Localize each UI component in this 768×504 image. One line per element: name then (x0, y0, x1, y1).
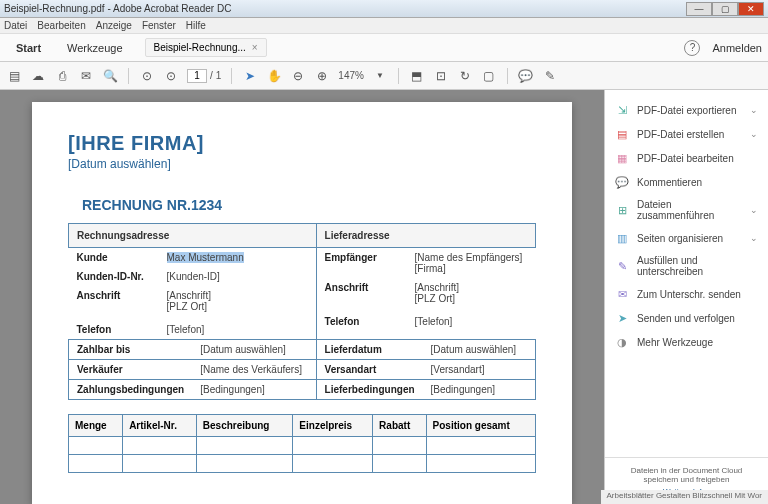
chevron-down-icon: ⌄ (750, 233, 758, 243)
send-track-icon: ➤ (615, 311, 629, 325)
sidebar-item-combine[interactable]: ⊞Dateien zusammenführen⌄ (605, 194, 768, 226)
titlebar: Beispiel-Rechnung.pdf - Adobe Acrobat Re… (0, 0, 768, 18)
save-icon[interactable]: ☁ (30, 68, 46, 84)
info-icon[interactable]: ? (684, 40, 700, 56)
send-sign-icon: ✉ (615, 287, 629, 301)
company-name: [IHRE FIRMA] (68, 132, 536, 155)
close-button[interactable]: ✕ (738, 2, 764, 16)
sidebar-toggle-icon[interactable]: ▤ (6, 68, 22, 84)
shipping-header: Lieferadresse (316, 224, 535, 248)
top-toolbar: Start Werkzeuge Beispiel-Rechnung... × ?… (0, 34, 768, 62)
sidebar-item-fillsign[interactable]: ✎Ausfüllen und unterschreiben (605, 250, 768, 282)
menubar: Datei Bearbeiten Anzeige Fenster Hilfe (0, 18, 768, 34)
sidebar-item-export[interactable]: ⇲PDF-Datei exportieren⌄ (605, 98, 768, 122)
menu-window[interactable]: Fenster (142, 20, 176, 31)
selected-text: Max Mustermann (167, 252, 244, 263)
document-tab[interactable]: Beispiel-Rechnung... × (145, 38, 267, 57)
more-tools-icon: ◑ (615, 335, 629, 349)
chevron-down-icon: ⌄ (750, 205, 758, 215)
items-table: MengeArtikel-Nr.Beschreibung Einzelpreis… (68, 414, 536, 473)
date-placeholder: [Datum auswählen] (68, 157, 536, 171)
chevron-down-icon: ⌄ (750, 129, 758, 139)
maximize-button[interactable]: ▢ (712, 2, 738, 16)
page-down-icon[interactable]: ⊙ (163, 68, 179, 84)
document-tab-label: Beispiel-Rechnung... (154, 42, 246, 53)
sidebar-item-sendtrack[interactable]: ➤Senden und verfolgen (605, 306, 768, 330)
combine-icon: ⊞ (615, 203, 629, 217)
organize-icon: ▥ (615, 231, 629, 245)
sidebar-item-organize[interactable]: ▥Seiten organisieren⌄ (605, 226, 768, 250)
tab-start[interactable]: Start (6, 38, 51, 58)
separator (231, 68, 232, 84)
menu-file[interactable]: Datei (4, 20, 27, 31)
mail-icon[interactable]: ✉ (78, 68, 94, 84)
close-tab-icon[interactable]: × (252, 42, 258, 53)
doc-toolbar: ▤ ☁ ⎙ ✉ 🔍 ⊙ ⊙ / 1 ➤ ✋ ⊖ ⊕ 147% ▼ ⬒ ⊡ ↻ ▢… (0, 62, 768, 90)
minimize-button[interactable]: — (686, 2, 712, 16)
search-icon[interactable]: 🔍 (102, 68, 118, 84)
zoom-dropdown-icon[interactable]: ▼ (372, 68, 388, 84)
export-pdf-icon: ⇲ (615, 103, 629, 117)
edit-pdf-icon: ▦ (615, 151, 629, 165)
comment-icon[interactable]: 💬 (518, 68, 534, 84)
billing-header: Rechnungsadresse (69, 224, 317, 248)
zoom-in-icon[interactable]: ⊕ (314, 68, 330, 84)
sidebar-item-more[interactable]: ◑Mehr Werkzeuge (605, 330, 768, 354)
comment-icon: 💬 (615, 175, 629, 189)
sidebar-item-comment[interactable]: 💬Kommentieren (605, 170, 768, 194)
chevron-down-icon: ⌄ (750, 105, 758, 115)
hand-icon[interactable]: ✋ (266, 68, 282, 84)
sidebar-item-edit[interactable]: ▦PDF-Datei bearbeiten (605, 146, 768, 170)
status-text: Arbeitsblätter Gestalten Blitzschnell Mi… (601, 490, 768, 504)
page-input[interactable] (187, 69, 207, 83)
pdf-page: [IHRE FIRMA] [Datum auswählen] RECHNUNG … (32, 102, 572, 504)
fit-page-icon[interactable]: ⊡ (433, 68, 449, 84)
menu-view[interactable]: Anzeige (96, 20, 132, 31)
tools-sidebar: ⇲PDF-Datei exportieren⌄ ▤PDF-Datei erste… (604, 90, 768, 504)
sidebar-item-create[interactable]: ▤PDF-Datei erstellen⌄ (605, 122, 768, 146)
zoom-out-icon[interactable]: ⊖ (290, 68, 306, 84)
page-up-icon[interactable]: ⊙ (139, 68, 155, 84)
separator (507, 68, 508, 84)
table-row (69, 437, 536, 455)
menu-help[interactable]: Hilfe (186, 20, 206, 31)
create-pdf-icon: ▤ (615, 127, 629, 141)
document-area[interactable]: [IHRE FIRMA] [Datum auswählen] RECHNUNG … (0, 90, 604, 504)
login-button[interactable]: Anmelden (712, 42, 762, 54)
invoice-title: RECHNUNG NR.1234 (82, 197, 536, 213)
table-row (69, 455, 536, 473)
window-buttons: — ▢ ✕ (686, 2, 764, 16)
fill-sign-icon: ✎ (615, 259, 629, 273)
fit-width-icon[interactable]: ⬒ (409, 68, 425, 84)
view-mode-icon[interactable]: ▢ (481, 68, 497, 84)
window-title: Beispiel-Rechnung.pdf - Adobe Acrobat Re… (4, 3, 686, 14)
menu-edit[interactable]: Bearbeiten (37, 20, 85, 31)
zoom-level[interactable]: 147% (338, 70, 364, 81)
rotate-icon[interactable]: ↻ (457, 68, 473, 84)
address-table: Rechnungsadresse Lieferadresse KundeMax … (68, 223, 536, 400)
sidebar-item-sendsign[interactable]: ✉Zum Unterschr. senden (605, 282, 768, 306)
sign-icon[interactable]: ✎ (542, 68, 558, 84)
page-indicator: / 1 (187, 69, 221, 83)
separator (398, 68, 399, 84)
print-icon[interactable]: ⎙ (54, 68, 70, 84)
separator (128, 68, 129, 84)
tab-tools[interactable]: Werkzeuge (57, 38, 132, 58)
cursor-icon[interactable]: ➤ (242, 68, 258, 84)
